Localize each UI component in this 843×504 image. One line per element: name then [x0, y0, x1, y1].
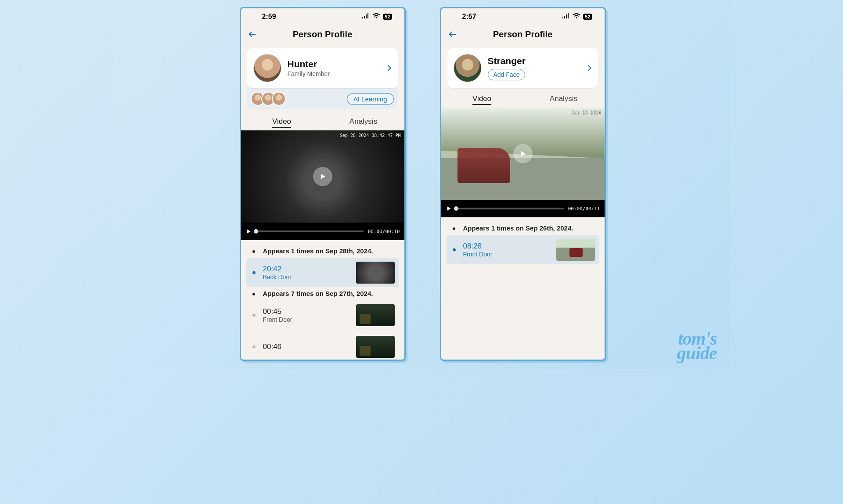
- tabs: Video Analysis: [241, 114, 404, 130]
- profile-name: Stranger: [488, 56, 592, 66]
- tab-analysis[interactable]: Analysis: [323, 114, 404, 130]
- timeline-thumbnail: [556, 239, 595, 261]
- timeline-location: Front Door: [463, 251, 552, 258]
- signal-icon: [362, 13, 370, 21]
- timeline-thumbnail: [356, 336, 395, 358]
- video-timestamp: Sep 26 2024: [572, 110, 601, 115]
- timeline[interactable]: Appears 1 times on Sep 28th, 2024. 20:42…: [241, 240, 404, 361]
- timeline-location: Front Door: [263, 316, 352, 323]
- tabs: Video Analysis: [441, 91, 605, 108]
- profile-card[interactable]: Stranger Add Face: [447, 48, 598, 88]
- timeline-item[interactable]: 08:28 Front Door: [447, 235, 599, 264]
- timeline-time: 00:45: [263, 307, 352, 316]
- player-bar: 00:00/00:10: [241, 223, 404, 240]
- timeline-thumbnail: [356, 262, 395, 284]
- play-button[interactable]: [313, 167, 332, 186]
- timeline-location: Back Door: [263, 274, 352, 281]
- nav-title: Person Profile: [441, 29, 605, 40]
- wifi-icon: [372, 13, 380, 21]
- avatar: [253, 54, 281, 82]
- chevron-right-icon: [584, 63, 594, 73]
- timeline-time: 00:46: [263, 342, 352, 351]
- timeline-item[interactable]: 20:42 Back Door: [246, 258, 399, 287]
- status-bar: 2:59 52: [241, 8, 404, 25]
- avatar: [454, 54, 482, 82]
- timeline-item[interactable]: 00:45 Front Door: [246, 301, 399, 330]
- play-button[interactable]: [513, 144, 533, 163]
- back-button[interactable]: [246, 28, 259, 40]
- timeline-item[interactable]: 00:46: [246, 332, 399, 361]
- scrub-bar[interactable]: [456, 208, 564, 209]
- timeline-time: 20:42: [263, 265, 352, 274]
- video-preview[interactable]: Sep 26 2024: [441, 108, 605, 200]
- mini-avatar: [272, 92, 286, 106]
- watermark: tom's guide: [659, 331, 717, 361]
- timeline[interactable]: Appears 1 times on Sep 26th, 2024. 08:28…: [441, 217, 605, 267]
- tab-analysis-label: Analysis: [550, 94, 577, 103]
- tab-analysis-label: Analysis: [349, 117, 377, 126]
- battery-icon: 52: [383, 14, 392, 20]
- chevron-right-icon: [384, 63, 394, 73]
- wifi-icon: [573, 13, 580, 21]
- play-small-button[interactable]: [245, 228, 252, 234]
- back-button[interactable]: [447, 28, 459, 40]
- battery-icon: 52: [583, 14, 592, 20]
- timeline-group-title: Appears 7 times on Sep 27th, 2024.: [263, 290, 399, 297]
- player-bar: 00:00/00:11: [441, 200, 605, 217]
- timeline-group-title: Appears 1 times on Sep 28th, 2024.: [263, 247, 399, 255]
- tab-analysis[interactable]: Analysis: [523, 91, 605, 108]
- video-timestamp: Sep 28 2024 08:42:47 PM: [340, 133, 400, 138]
- ai-learning-row: AI Learning: [247, 88, 398, 109]
- tab-video-label: Video: [472, 94, 491, 105]
- tab-video[interactable]: Video: [441, 91, 523, 108]
- ai-learning-badge[interactable]: AI Learning: [347, 93, 394, 105]
- status-time: 2:57: [462, 13, 476, 21]
- status-time: 2:59: [262, 13, 276, 21]
- scrub-handle[interactable]: [454, 206, 458, 211]
- player-time: 00:00/00:11: [568, 206, 600, 212]
- signal-icon: [562, 13, 570, 21]
- tab-video-label: Video: [272, 117, 291, 128]
- scrub-handle[interactable]: [254, 229, 258, 234]
- status-bar: 2:57 52: [441, 8, 605, 25]
- player-time: 00:00/00:10: [368, 229, 400, 234]
- add-face-button[interactable]: Add Face: [488, 69, 526, 80]
- timeline-time: 08:28: [463, 242, 552, 251]
- video-preview[interactable]: Sep 28 2024 08:42:47 PM: [241, 130, 404, 223]
- timeline-thumbnail: [356, 304, 395, 326]
- profile-subtitle: Family Member: [288, 70, 392, 77]
- phone-screen-right: 2:57 52 Person Profile Stranger Add Face…: [440, 7, 606, 361]
- nav-title: Person Profile: [241, 29, 404, 40]
- timeline-group-title: Appears 1 times on Sep 26th, 2024.: [463, 224, 599, 232]
- profile-name: Hunter: [288, 59, 392, 69]
- profile-card[interactable]: Hunter Family Member: [247, 48, 398, 88]
- nav-bar: Person Profile: [241, 25, 404, 43]
- nav-bar: Person Profile: [441, 25, 605, 43]
- play-small-button[interactable]: [446, 205, 452, 212]
- scrub-bar[interactable]: [256, 230, 364, 232]
- mini-avatars: [251, 92, 286, 106]
- tab-video[interactable]: Video: [241, 114, 323, 130]
- phone-screen-left: 2:59 52 Person Profile Hunter Family Mem…: [240, 7, 406, 361]
